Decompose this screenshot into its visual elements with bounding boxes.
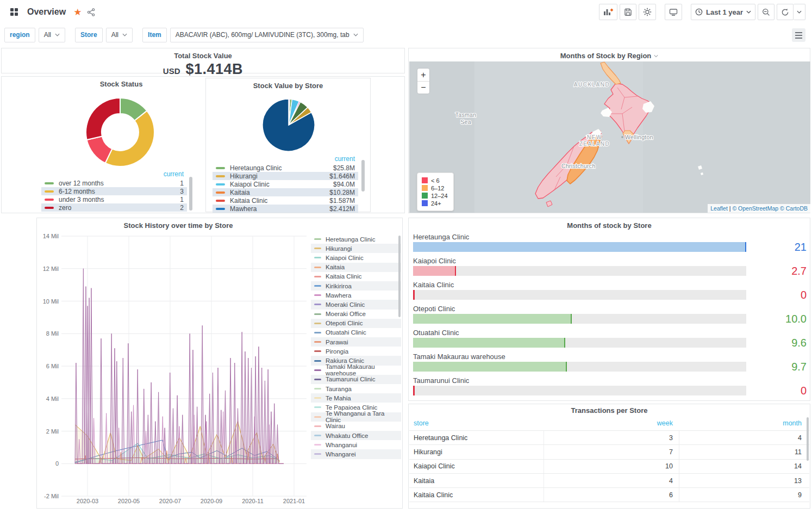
legend-row[interactable]: under 3 months1 — [41, 195, 187, 203]
legend-scrollbar[interactable] — [361, 160, 365, 191]
filter-region-value-dropdown[interactable]: All — [39, 28, 65, 42]
donut-slice-6-12-months[interactable] — [105, 111, 154, 166]
column-header-week[interactable]: week — [544, 416, 679, 430]
panel-transactions-per-store: Transactions per Store storeweekmonth He… — [408, 404, 810, 509]
legend-row[interactable]: Hikurangi$1.646M — [213, 172, 358, 180]
table-row[interactable]: Kaiapoi Clinic1014 — [409, 459, 809, 473]
legend-header[interactable]: current — [213, 155, 358, 164]
legend-row[interactable]: Kaiapoi Clinic$94.0M — [213, 180, 358, 188]
legend-row[interactable]: Hikurangi — [311, 244, 401, 253]
legend-row[interactable]: Heretaunga Clinic$25.8M — [213, 164, 358, 172]
time-range-picker[interactable]: Last 1 year — [691, 4, 755, 20]
tv-kiosk-button[interactable] — [665, 4, 682, 20]
save-dashboard-button[interactable] — [620, 4, 636, 20]
legend-color-chip — [314, 406, 321, 408]
gauge-track[interactable] — [413, 242, 746, 252]
map-zoom-in-button[interactable]: + — [417, 69, 429, 81]
submenu-hamburger-icon[interactable] — [792, 28, 805, 42]
panel-title[interactable]: Total Stock Value — [2, 48, 404, 60]
settings-gear-button[interactable] — [639, 4, 656, 20]
legend-row[interactable]: Pirongia — [311, 347, 401, 356]
table-row[interactable]: Kaitaia Clinic69 — [409, 487, 809, 502]
stock-value-pie-chart[interactable] — [206, 95, 371, 154]
legend-row[interactable]: Whangarei — [311, 449, 401, 459]
y-axis-tick: 2 Mil — [46, 428, 59, 435]
legend-color-chip — [314, 304, 321, 305]
gauge-fill — [413, 290, 415, 300]
carto-link[interactable]: © CartoDB — [780, 205, 808, 212]
legend-row[interactable]: Moeraki Office — [311, 310, 401, 319]
legend-row[interactable]: Kaitaia Clinic — [311, 272, 401, 281]
legend-row[interactable]: Whakatu Office — [311, 431, 401, 440]
table-scrollbar[interactable] — [807, 417, 809, 461]
top-nav: Overview ★ Last 1 year — [0, 0, 812, 24]
filter-item: ItemABACAVIR (ABC), 600mg/ LAMIVUDINE (3… — [142, 28, 364, 42]
table-row[interactable]: Heretaunga Clinic34 — [409, 430, 809, 444]
legend-row[interactable]: Heretaunga Clinic — [311, 234, 401, 244]
legend-row[interactable]: Tamaki Makaurau warehouse — [311, 366, 401, 375]
panel-title[interactable]: Months of stock by Store — [409, 218, 810, 230]
legend-scrollbar[interactable] — [398, 236, 401, 317]
apps-grid-icon[interactable] — [10, 8, 18, 16]
filter-store-value-dropdown[interactable]: All — [106, 28, 133, 42]
legend-row[interactable]: Te Mahia — [311, 393, 401, 403]
stock-status-donut-chart[interactable] — [2, 94, 241, 176]
leaflet-link[interactable]: Leaflet — [710, 205, 728, 212]
refresh-interval-dropdown[interactable] — [794, 4, 805, 20]
column-header-store[interactable]: store — [409, 419, 544, 427]
x-axis-tick: 2020-03 — [77, 498, 98, 504]
stock-history-chart[interactable]: 14 Mil12 Mil10 Mil8 Mil6 Mil4 Mil2 Mil0-… — [37, 218, 309, 509]
legend-row[interactable]: Kaitaia Clinic$1.587M — [213, 196, 358, 205]
panel-title[interactable]: Stock Status — [18, 77, 224, 88]
add-panel-button[interactable] — [599, 4, 617, 20]
legend-label: Whakatu Office — [326, 432, 368, 439]
legend-row[interactable]: Te Whanganui a Tara Clinic — [311, 412, 401, 422]
panel-title[interactable]: Months of Stock by Region — [560, 52, 652, 60]
legend-row[interactable]: over 12 months1 — [41, 179, 187, 187]
filter-item-value-dropdown[interactable]: ABACAVIR (ABC), 600mg/ LAMIVUDINE (3TC),… — [170, 28, 364, 42]
gauge-store-label: Otepoti Clinic — [413, 305, 807, 314]
legend-row[interactable]: Otuatahi Clinic — [311, 328, 401, 337]
legend-row[interactable]: Kaitaia — [311, 263, 401, 272]
legend-color-chip — [314, 238, 321, 240]
legend-row[interactable]: Mawhera$2.412M — [213, 205, 358, 213]
favorite-star-icon[interactable]: ★ — [73, 7, 82, 18]
leaflet-map[interactable]: Tasman Sea AUCKLAND NEW ZEALAND Wellingt… — [409, 61, 810, 213]
region-northland[interactable] — [601, 62, 621, 84]
table-row[interactable]: Hikurangi711 — [409, 444, 809, 459]
legend-row[interactable]: Moeraki Clinic — [311, 300, 401, 309]
table-row[interactable]: Kaitaia413 — [409, 473, 809, 487]
gauge-track[interactable] — [413, 386, 746, 395]
map-zoom-out-button[interactable]: − — [417, 81, 429, 94]
legend-row[interactable]: Kaitaia$10.28M — [213, 188, 358, 196]
y-axis-tick: 12 Mil — [43, 265, 59, 272]
gauge-track[interactable] — [413, 290, 746, 300]
gauge-fill — [413, 242, 746, 252]
legend-row[interactable]: Parawai — [311, 337, 401, 347]
zoom-out-time-button[interactable] — [758, 4, 774, 20]
legend-row[interactable]: 6-12 months3 — [41, 187, 187, 195]
legend-row[interactable]: Tauranga — [311, 384, 401, 393]
region-stewart-island[interactable] — [546, 201, 552, 207]
legend-scrollbar[interactable] — [189, 177, 192, 211]
gauge-track[interactable] — [413, 314, 746, 324]
osm-link[interactable]: © OpenStreetMap — [732, 205, 778, 212]
panel-title[interactable]: Stock Value by Store — [206, 78, 370, 90]
legend-header[interactable]: current — [41, 170, 187, 179]
legend-row[interactable]: Kirikiriroa — [311, 281, 401, 291]
legend-label: Otuatahi Clinic — [326, 329, 366, 336]
gauge-value: 9.7 — [752, 362, 807, 372]
share-alt-icon[interactable] — [87, 8, 95, 16]
legend-row[interactable]: zero2 — [41, 203, 187, 212]
gauge-track[interactable] — [413, 362, 746, 372]
refresh-button[interactable] — [777, 4, 794, 20]
legend-row[interactable]: Kaiapoi Clinic — [311, 253, 401, 262]
gauge-track[interactable] — [413, 338, 746, 348]
legend-row[interactable]: Whanganui — [311, 440, 401, 449]
gauge-track[interactable] — [413, 266, 746, 276]
legend-row[interactable]: Mawhera — [311, 291, 401, 300]
panel-title[interactable]: Transactions per Store — [409, 404, 810, 415]
column-header-month[interactable]: month — [679, 416, 809, 430]
donut-slice-zero[interactable] — [86, 98, 120, 140]
legend-row[interactable]: Otepoti Clinic — [311, 319, 401, 328]
